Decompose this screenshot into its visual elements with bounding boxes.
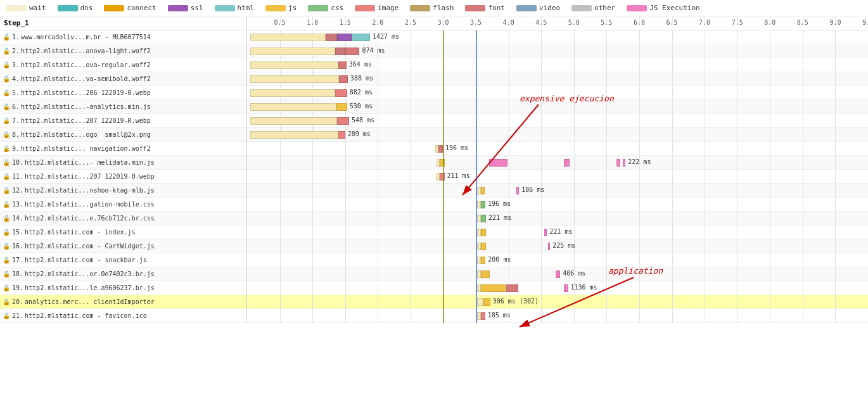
grid-line: [672, 281, 673, 295]
grid-line: [476, 44, 476, 58]
grid-line: [803, 114, 803, 127]
grid-line: [411, 267, 411, 281]
grid-line: [476, 128, 476, 141]
grid-line: [770, 114, 770, 127]
legend-label-css: css: [331, 4, 343, 12]
legend-other: other: [571, 4, 615, 12]
grid-line: [443, 114, 444, 127]
grid-line: [378, 142, 378, 155]
req-url: analytics.merc... clientIdImporter: [25, 298, 155, 305]
grid-line: [476, 114, 476, 127]
grid-line: [574, 198, 575, 211]
timing-bar: [477, 298, 483, 306]
lock-icon: 🔒: [3, 34, 10, 41]
grid-line: [803, 58, 803, 72]
list-item: 🔒13.http2.mlstatic...gation-mobile.css: [0, 198, 246, 212]
table-row: 1136 ms: [247, 281, 868, 295]
grid-line: [476, 198, 476, 211]
grid-line: [803, 156, 803, 169]
grid-line: [705, 142, 705, 155]
grid-line: [541, 281, 542, 295]
grid-line: [509, 44, 509, 58]
grid-line: [705, 86, 705, 99]
grid-line: [411, 16, 411, 23]
table-row: 306 ms (302): [247, 295, 868, 309]
grid-line: [411, 184, 411, 197]
grid-line: [705, 100, 705, 113]
req-num: 13.: [12, 201, 23, 208]
timing-bar: [506, 284, 519, 292]
lock-icon: 🔒: [3, 270, 10, 277]
req-url: http2.mlstatic.com - favicon.ico: [25, 312, 147, 319]
grid-line: [280, 309, 281, 322]
grid-line: [639, 142, 640, 155]
req-num: 6.: [12, 103, 20, 110]
grid-line: [476, 16, 476, 23]
grid-line: [345, 128, 346, 141]
legend-label-ssl: ssl: [191, 4, 203, 12]
grid-line: [639, 198, 640, 211]
grid-line: [476, 295, 476, 308]
grid-line: [770, 44, 770, 58]
grid-line: [541, 226, 542, 239]
grid-line: [639, 295, 640, 308]
lock-icon: 🔒: [3, 257, 10, 264]
grid-line: [574, 184, 575, 197]
timing-bar: [481, 229, 486, 236]
grid-line: [672, 198, 673, 211]
lock-icon: 🔒: [3, 298, 10, 305]
annotation-application: application: [608, 266, 663, 276]
timing-bar: [438, 145, 443, 153]
grid-line: [770, 253, 770, 267]
grid-line: [476, 239, 476, 253]
grid-line: [345, 253, 346, 267]
grid-line: [411, 114, 411, 127]
req-url: http2.mlstatic... navigation.woff2: [21, 145, 151, 152]
timing-bar: [544, 229, 547, 236]
legend-flash: flash: [410, 4, 454, 12]
timing-bar: [440, 173, 444, 181]
grid-line: [443, 142, 444, 155]
grid-line: [509, 128, 509, 141]
timing-bar: [481, 187, 485, 194]
grid-line: [770, 267, 770, 281]
list-item: 🔒20.analytics.merc... clientIdImporter: [0, 295, 246, 309]
grid-line: [509, 72, 509, 86]
grid-line: [443, 16, 444, 23]
timing-bar: [556, 270, 560, 278]
grid-line: [803, 86, 803, 99]
req-url: www.mercadoliv...m.br - MLB6077514: [21, 34, 151, 41]
grid-line: [737, 170, 738, 183]
lock-icon: 🔒: [3, 284, 10, 291]
grid-line: [606, 253, 607, 267]
list-item: 🔒6.http2.mlstatic...-analytics.min.js: [0, 100, 246, 114]
grid-line: [737, 72, 738, 86]
legend-html: html: [215, 4, 255, 12]
grid-line: [606, 309, 607, 322]
grid-line: [345, 16, 346, 23]
ssl-color: [168, 5, 188, 11]
grid-line: [835, 142, 836, 155]
timescale-tick: 9.5: [862, 19, 868, 26]
grid-line: [606, 170, 607, 183]
grid-line: [737, 226, 738, 239]
lock-icon: 🔒: [3, 131, 10, 138]
timing-bar: [616, 159, 620, 167]
grid-line: [574, 309, 575, 322]
grid-line: [443, 253, 444, 267]
grid-line: [443, 100, 444, 113]
time-label: 530 ms: [350, 103, 373, 110]
grid-line: [639, 114, 640, 127]
timing-bar: [481, 284, 506, 292]
grid-line: [476, 226, 476, 239]
grid-line: [672, 128, 673, 141]
legend-font: font: [465, 4, 505, 12]
legend-wait: wait: [6, 4, 46, 12]
grid-line: [803, 212, 803, 225]
grid-line: [770, 212, 770, 225]
grid-line: [378, 184, 378, 197]
req-num: 18.: [12, 270, 23, 277]
grid-line: [705, 184, 705, 197]
timing-bar: [516, 187, 519, 194]
lock-icon: 🔒: [3, 159, 10, 166]
